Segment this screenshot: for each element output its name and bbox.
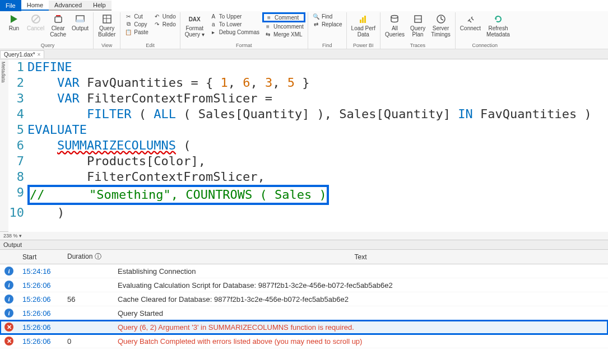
refresh-icon bbox=[493, 13, 504, 25]
menu-advanced[interactable]: Advanced bbox=[49, 1, 87, 11]
col-start[interactable]: Start bbox=[18, 250, 63, 264]
merge-xml-button[interactable]: ⇆Merge XML bbox=[262, 30, 305, 38]
ribbon-group-view: Query Builder View bbox=[94, 12, 120, 49]
db-icon bbox=[389, 13, 400, 25]
error-icon: ✕ bbox=[4, 323, 13, 332]
output-table: Start Duration ⓘ Text i15:24:16Establish… bbox=[0, 250, 608, 348]
group-label-view: View bbox=[96, 42, 118, 49]
server-timings-button[interactable]: Server Timings bbox=[429, 12, 453, 39]
output-row[interactable]: i15:26:06Evaluating Calculation Script f… bbox=[0, 278, 608, 292]
zoom-level[interactable]: 238 % ▾ bbox=[0, 232, 608, 240]
query-builder-icon bbox=[101, 13, 113, 25]
side-tabs: Metadata Functions DMV bbox=[0, 59, 8, 232]
connect-button[interactable]: Connect bbox=[458, 12, 483, 32]
info-icon: i bbox=[4, 267, 13, 276]
row-text: Establishing Connection bbox=[113, 264, 608, 278]
svg-marker-0 bbox=[11, 15, 17, 23]
document-tabs: Query1.dax* × bbox=[0, 49, 608, 59]
row-duration bbox=[63, 264, 113, 278]
svg-point-13 bbox=[391, 16, 398, 18]
uncomment-button[interactable]: ≡Uncomment bbox=[262, 22, 305, 30]
row-duration bbox=[63, 278, 113, 292]
output-button[interactable]: Output bbox=[69, 12, 91, 32]
info-icon: i bbox=[4, 309, 13, 318]
menu-home[interactable]: Home bbox=[21, 1, 49, 11]
plug-icon bbox=[465, 13, 476, 25]
ribbon-group-find: 🔍Find ⇄Replace Find bbox=[308, 12, 347, 49]
menu-file[interactable]: File bbox=[0, 0, 21, 11]
output-row[interactable]: i15:24:16Establishing Connection bbox=[0, 264, 608, 278]
info-icon: i bbox=[4, 281, 13, 290]
output-row[interactable]: i15:26:0656Cache Cleared for Database: 9… bbox=[0, 292, 608, 306]
load-perf-button[interactable]: Load Perf Data bbox=[349, 12, 378, 39]
dax-icon: DAX bbox=[189, 13, 200, 25]
svg-rect-7 bbox=[103, 15, 111, 23]
side-tab-metadata[interactable]: Metadata bbox=[0, 59, 7, 232]
to-lower-button[interactable]: aTo Lower bbox=[208, 20, 261, 28]
redo-button[interactable]: ↷Redo bbox=[151, 20, 178, 28]
ribbon-group-powerbi: Load Perf Data Power BI bbox=[347, 12, 380, 49]
debug-icon: ▸ bbox=[210, 29, 217, 35]
col-duration[interactable]: Duration ⓘ bbox=[63, 250, 113, 264]
output-row[interactable]: i15:26:06Query Started bbox=[0, 306, 608, 320]
find-button[interactable]: 🔍Find bbox=[310, 12, 344, 20]
group-label-powerbi: Power BI bbox=[349, 42, 378, 49]
group-label-edit: Edit bbox=[123, 42, 177, 49]
ribbon-group-connection: Connect Refresh Metadata Connection bbox=[456, 12, 514, 49]
row-text: Query Batch Completed with errors listed… bbox=[113, 334, 608, 348]
query-plan-button[interactable]: Query Plan bbox=[408, 12, 428, 39]
svg-rect-12 bbox=[364, 16, 366, 23]
group-label-find: Find bbox=[310, 42, 344, 49]
replace-button[interactable]: ⇄Replace bbox=[310, 20, 344, 28]
cancel-icon bbox=[30, 13, 41, 25]
group-label-query: Query bbox=[4, 42, 91, 49]
row-start: 15:26:06 bbox=[18, 306, 63, 320]
ribbon-group-query: Run Cancel Clear Cache Output Query bbox=[2, 12, 94, 49]
cancel-button[interactable]: Cancel bbox=[25, 12, 47, 32]
row-start: 15:26:06 bbox=[18, 278, 63, 292]
debug-commas-button[interactable]: ▸Debug Commas bbox=[208, 28, 261, 36]
row-duration: 56 bbox=[63, 292, 113, 306]
group-label-connection: Connection bbox=[458, 42, 512, 49]
close-icon[interactable]: × bbox=[38, 52, 41, 58]
ribbon-group-format: DAXFormat Query ▾ ATo Upper aTo Lower ▸D… bbox=[180, 12, 308, 49]
find-icon: 🔍 bbox=[312, 13, 320, 20]
row-text: Query Started bbox=[113, 306, 608, 320]
refresh-button[interactable]: Refresh Metadata bbox=[484, 12, 512, 39]
undo-button[interactable]: ↶Undo bbox=[151, 12, 178, 20]
clock-icon bbox=[435, 13, 447, 25]
redo-icon: ↷ bbox=[153, 21, 161, 27]
menu-help[interactable]: Help bbox=[87, 1, 112, 11]
svg-line-18 bbox=[441, 19, 443, 20]
row-text: Evaluating Calculation Script for Databa… bbox=[113, 278, 608, 292]
paste-button[interactable]: 📋Paste bbox=[123, 28, 150, 36]
group-label-format: Format bbox=[183, 42, 305, 49]
comment-button[interactable]: ≡Comment bbox=[262, 12, 305, 22]
output-panel-header: Output bbox=[0, 240, 608, 250]
ribbon-group-traces: All Queries Query Plan Server Timings Tr… bbox=[380, 12, 456, 49]
format-query-button[interactable]: DAXFormat Query ▾ bbox=[183, 12, 207, 39]
svg-rect-11 bbox=[362, 17, 364, 23]
comment-icon: ≡ bbox=[265, 14, 273, 21]
upper-icon: A bbox=[210, 13, 217, 20]
group-label-traces: Traces bbox=[383, 42, 453, 49]
run-button[interactable]: Run bbox=[4, 12, 24, 32]
output-icon bbox=[75, 13, 86, 25]
copy-button[interactable]: ⧉Copy bbox=[123, 20, 150, 28]
query-builder-button[interactable]: Query Builder bbox=[96, 12, 118, 39]
main-area: Metadata Functions DMV 1DEFINE 2 VAR Fav… bbox=[0, 59, 608, 232]
document-tab[interactable]: Query1.dax* × bbox=[0, 50, 44, 58]
output-row[interactable]: ✕15:26:06Query (6, 2) Argument '3' in SU… bbox=[0, 320, 608, 334]
svg-rect-6 bbox=[76, 20, 84, 22]
col-text[interactable]: Text bbox=[113, 250, 608, 264]
clear-cache-button[interactable]: Clear Cache bbox=[48, 12, 68, 39]
output-row[interactable]: ✕15:26:060Query Batch Completed with err… bbox=[0, 334, 608, 348]
code-editor[interactable]: 1DEFINE 2 VAR FavQuantities = { 1, 6, 3,… bbox=[8, 59, 608, 232]
row-start: 15:26:06 bbox=[18, 334, 63, 348]
all-queries-button[interactable]: All Queries bbox=[383, 12, 407, 39]
svg-marker-19 bbox=[495, 18, 497, 20]
to-upper-button[interactable]: ATo Upper bbox=[208, 12, 261, 20]
plan-icon bbox=[412, 13, 424, 25]
row-text: Cache Cleared for Database: 9877f2b1-3c2… bbox=[113, 292, 608, 306]
cut-button[interactable]: ✂Cut bbox=[123, 12, 150, 20]
